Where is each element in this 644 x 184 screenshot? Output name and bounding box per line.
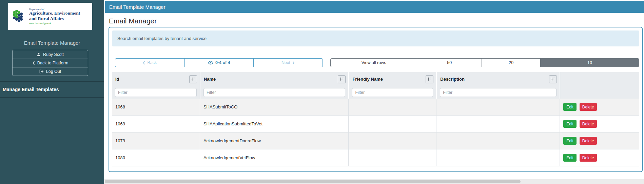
filter-description-input[interactable]	[440, 88, 557, 97]
filter-name-input[interactable]	[203, 88, 346, 97]
table-row: 1069 SHAAplicationSubmittedToVet Edit De…	[112, 116, 639, 132]
filter-friendly-name-input[interactable]	[352, 88, 433, 97]
person-icon	[37, 53, 41, 57]
chevron-left-icon	[32, 61, 35, 65]
daera-logo: Department of Agriculture, Environment a…	[8, 3, 92, 30]
cell-id: 1080	[112, 149, 200, 166]
sort-name-button[interactable]	[338, 75, 346, 83]
delete-button[interactable]: Delete	[580, 154, 597, 162]
cell-id: 1068	[112, 99, 200, 116]
back-to-platform-button[interactable]: Back to Platform	[13, 59, 88, 67]
cell-friendly-name	[348, 149, 436, 166]
cell-friendly-name	[348, 99, 436, 116]
user-button[interactable]: Ruby Scott	[13, 50, 88, 59]
page-title: Email Manager	[109, 17, 157, 25]
horizontal-scrollbar[interactable]	[104, 179, 644, 184]
sidebar-title: Email Template Manager	[0, 40, 104, 46]
cell-description	[436, 116, 560, 132]
pagination-group: Back 0-4 of 4 Next	[115, 58, 323, 67]
sidebar-divider-bottom	[0, 97, 104, 98]
cell-friendly-name	[348, 132, 436, 149]
pagination-range-label: 0-4 of 4	[215, 60, 230, 65]
pagination-range: 0-4 of 4	[184, 59, 254, 67]
eye-icon	[208, 61, 213, 65]
table-row: 1079 AcknowledgementDaeraFlow Edit Delet…	[112, 132, 639, 149]
user-button-label: Ruby Scott	[43, 52, 64, 57]
edit-button[interactable]: Edit	[563, 137, 577, 145]
sort-icon	[427, 77, 432, 81]
top-navbar: Email Template Manager	[105, 1, 644, 13]
info-banner: Search email templates by tenant and ser…	[112, 30, 639, 46]
chevron-left-icon	[143, 61, 145, 65]
edit-button[interactable]: Edit	[563, 120, 577, 128]
page-size-20-button[interactable]: 20	[482, 59, 540, 67]
cell-description	[436, 132, 560, 149]
page-size-group: View all rows 50 20 10	[330, 58, 639, 67]
column-header-actions	[560, 72, 639, 86]
pagination-next-label: Next	[281, 60, 290, 65]
table-filter-row	[112, 86, 639, 99]
cell-name: AcknowledgementDaeraFlow	[200, 132, 349, 149]
table-row: 1080 AcknowledgementVetFlow Edit Delete	[112, 149, 639, 166]
delete-button[interactable]: Delete	[580, 120, 597, 128]
logout-icon	[39, 69, 44, 74]
pagination-back-label: Back	[147, 60, 157, 65]
app-title: Email Template Manager	[109, 4, 165, 10]
back-to-platform-label: Back to Platform	[37, 61, 69, 65]
logo-name-line2: and Rural Affairs	[29, 16, 80, 21]
cell-id: 1069	[112, 116, 200, 132]
column-header-friendly-name: Friendly Name	[352, 77, 383, 82]
page-size-view-all-button[interactable]: View all rows	[331, 59, 417, 67]
logout-button[interactable]: Log Out	[13, 67, 88, 76]
cell-id: 1079	[112, 132, 200, 149]
cell-name: SHASubmitToCO	[200, 99, 349, 116]
logo-department-of: Department of	[29, 8, 80, 11]
sidebar-button-group: Ruby Scott Back to Platform Log Out	[12, 50, 88, 76]
pagination-next-button[interactable]: Next	[253, 59, 323, 67]
sort-friendly-name-button[interactable]	[426, 75, 433, 83]
sort-id-button[interactable]	[189, 75, 197, 83]
column-header-id: Id	[115, 77, 119, 82]
sort-icon	[339, 77, 344, 81]
sort-icon	[551, 77, 555, 81]
cell-description	[436, 99, 560, 116]
sidebar: Department of Agriculture, Environment a…	[0, 0, 104, 184]
filter-actions-empty	[560, 86, 639, 99]
page-size-10-button-selected[interactable]: 10	[540, 59, 639, 67]
delete-button[interactable]: Delete	[580, 103, 597, 111]
column-header-name: Name	[204, 77, 216, 82]
table-controls: Back 0-4 of 4 Next View all rows 50 20 1…	[112, 58, 639, 67]
cell-description	[436, 149, 560, 166]
logo-url: www.daera-ni.gov.uk	[29, 22, 80, 24]
email-templates-table: Id Name	[112, 72, 639, 166]
table-header-row: Id Name	[112, 72, 639, 86]
logo-name-line1: Agriculture, Environment	[29, 11, 80, 16]
email-manager-panel: Search email templates by tenant and ser…	[109, 27, 643, 172]
logout-label: Log Out	[46, 69, 61, 74]
cell-name: AcknowledgementVetFlow	[200, 149, 349, 166]
page-size-50-button[interactable]: 50	[417, 59, 482, 67]
edit-button[interactable]: Edit	[563, 154, 577, 162]
daera-hexagon-logo-icon	[11, 8, 26, 24]
pagination-back-button[interactable]: Back	[115, 59, 184, 67]
cell-name: SHAAplicationSubmittedToVet	[200, 116, 349, 132]
sidebar-item-manage-email-templates[interactable]: Manage Email Templates	[0, 82, 104, 97]
sort-description-button[interactable]	[549, 75, 557, 83]
column-header-description: Description	[440, 77, 465, 82]
table-row: 1068 SHASubmitToCO Edit Delete	[112, 99, 639, 116]
edit-button[interactable]: Edit	[563, 103, 577, 111]
horizontal-scrollbar-thumb[interactable]	[105, 180, 521, 183]
filter-id-input[interactable]	[115, 88, 197, 97]
cell-friendly-name	[348, 116, 436, 132]
sort-icon	[191, 77, 195, 81]
delete-button[interactable]: Delete	[580, 137, 597, 145]
chevron-right-icon	[292, 61, 295, 65]
